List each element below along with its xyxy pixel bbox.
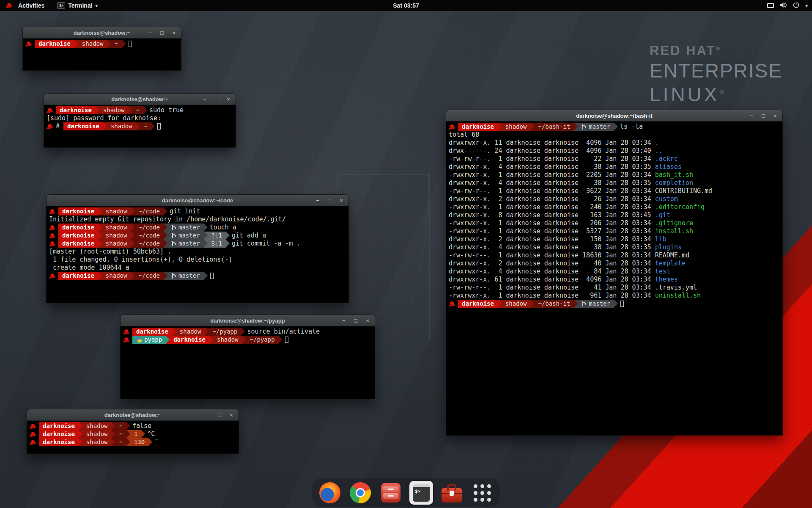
terminal-line: darknoiseshadow~false xyxy=(30,422,236,430)
dock-item-firefox[interactable] xyxy=(318,481,342,505)
terminal-text: -rw-rw-r--. 1 darknoise darknoise 22 Jan… xyxy=(449,155,655,163)
terminal-text: -rwxrwxr-x. 1 darknoise darknoise 961 Ja… xyxy=(449,292,655,300)
terminal-line: create mode 100644 a xyxy=(49,264,346,272)
window-pyapp: darknoise@shadow:~/pyapp − □ × darknoise… xyxy=(121,315,375,399)
terminal-line: drwxrwxr-x. 4 darknoise darknoise 38 Jan… xyxy=(449,243,780,251)
distro-icon xyxy=(449,301,455,307)
maximize-button[interactable]: □ xyxy=(217,412,222,418)
activities-button[interactable]: Activities xyxy=(4,0,46,11)
terminal-line: -rw-rw-r--. 1 darknoise darknoise 41 Jan… xyxy=(449,284,780,292)
powerline-arrow xyxy=(164,207,167,215)
minimize-button[interactable]: − xyxy=(205,412,211,418)
terminal-line: darknoiseshadow~/codemaster?:1git add a xyxy=(49,232,346,240)
branding-line-3: LINUX® xyxy=(650,83,782,106)
powerline-arrow xyxy=(530,123,534,130)
powerline-arrow xyxy=(131,232,134,239)
prompt-segment-git: master xyxy=(167,232,204,240)
terminal-cursor xyxy=(157,123,161,130)
window-titlebar[interactable]: darknoise@shadow:~ − □ × xyxy=(27,409,239,421)
terminal-icon: $> xyxy=(57,2,65,9)
branding-line-2: ENTERPRISE xyxy=(650,59,782,82)
powerline-separator xyxy=(136,122,140,130)
minimize-button[interactable]: − xyxy=(749,113,754,119)
maximize-button[interactable]: □ xyxy=(214,96,219,102)
close-button[interactable]: × xyxy=(228,412,234,418)
screen-icon[interactable] xyxy=(767,3,774,8)
close-button[interactable]: × xyxy=(772,113,778,119)
dock-item-app-grid[interactable] xyxy=(470,481,494,505)
distro-icon xyxy=(49,273,56,279)
dock-item-files[interactable] xyxy=(379,481,403,505)
powerline-separator xyxy=(498,123,502,131)
terminal-content[interactable]: darknoiseshadow~ xyxy=(23,39,181,70)
powerline-separator xyxy=(98,272,102,280)
terminal-line: drwxrwxr-x. 4 darknoise darknoise 38 Jan… xyxy=(449,179,780,187)
powerline-arrow xyxy=(574,300,578,307)
terminal-text: README.md xyxy=(655,251,689,260)
powerline-separator xyxy=(111,422,115,430)
dock-item-chrome[interactable] xyxy=(348,481,372,505)
distro-icon xyxy=(49,209,56,215)
maximize-button[interactable]: □ xyxy=(159,30,165,36)
powerline-arrow xyxy=(498,123,502,130)
terminal-text: touch a xyxy=(210,224,236,232)
minimize-button[interactable]: − xyxy=(341,318,347,324)
volume-icon[interactable] xyxy=(780,2,787,9)
window-titlebar[interactable]: darknoise@shadow:~/code − □ × xyxy=(47,195,348,206)
close-button[interactable]: × xyxy=(365,318,370,324)
terminal-text: template xyxy=(655,260,686,268)
window-titlebar[interactable]: darknoise@shadow:~ − □ × xyxy=(23,27,181,39)
terminal-line: -rwxrwxr-x. 1 darknoise darknoise 961 Ja… xyxy=(449,292,780,300)
close-button[interactable]: × xyxy=(225,96,231,102)
caret-down-icon[interactable]: ▾ xyxy=(805,3,808,8)
terminal-text: uninstall.sh xyxy=(655,292,701,300)
powerline-arrow xyxy=(107,40,111,47)
dock-item-toolbox[interactable] xyxy=(440,481,464,505)
clock[interactable]: Sat 03:57 xyxy=(393,2,419,9)
terminal-text: .gitignore xyxy=(655,219,693,227)
powerline-arrow xyxy=(614,300,618,307)
terminal-line: drwxrwxr-x. 2 darknoise darknoise 26 Jan… xyxy=(449,195,780,203)
terminal-content[interactable]: darknoiseshadow~/codegit initInitialized… xyxy=(47,206,348,303)
terminal-content[interactable]: darknoiseshadow~/bash-itmasterls -latota… xyxy=(446,121,782,435)
minimize-button[interactable]: − xyxy=(202,96,208,102)
powerline-arrow xyxy=(209,336,213,343)
prompt-segment-user: darknoise xyxy=(132,328,172,336)
prompt-segment-host: shadow xyxy=(502,123,531,131)
powerline-arrow xyxy=(164,272,167,279)
dock-item-terminal[interactable]: $> xyxy=(409,481,433,505)
minimize-button[interactable]: − xyxy=(147,30,153,36)
minimize-button[interactable]: − xyxy=(315,197,321,204)
prompt-segment-path: ~ xyxy=(115,430,126,438)
terminal-content[interactable]: darknoiseshadow~falsedarknoiseshadow~1^C… xyxy=(27,421,239,453)
terminal-line: darknoiseshadow~1^C xyxy=(30,430,236,438)
app-menu-terminal[interactable]: $> Terminal ▾ xyxy=(55,0,99,11)
prompt-segment-user: darknoise xyxy=(170,336,209,344)
maximize-button[interactable]: □ xyxy=(760,113,766,119)
terminal-text: create mode 100644 a xyxy=(49,264,129,272)
powerline-arrow xyxy=(74,40,78,47)
powerline-arrow xyxy=(614,123,618,130)
powerline-arrow xyxy=(164,232,167,239)
distro-icon xyxy=(30,439,36,445)
terminal-content[interactable]: darknoiseshadow~sudo true[sudo] password… xyxy=(44,105,236,147)
distro-icon xyxy=(49,233,56,239)
terminal-text: [master (root-commit) 50bcb63] . xyxy=(49,248,171,256)
window-title: darknoise@shadow:~ xyxy=(104,412,161,418)
terminal-text: . xyxy=(655,139,659,147)
close-button[interactable]: × xyxy=(171,30,177,36)
powerline-arrow xyxy=(126,438,130,446)
window-sudo: darknoise@shadow:~ − □ × darknoiseshadow… xyxy=(44,94,236,147)
close-button[interactable]: × xyxy=(338,197,344,204)
maximize-button[interactable]: □ xyxy=(353,318,359,324)
maximize-button[interactable]: □ xyxy=(326,197,332,204)
window-titlebar[interactable]: darknoise@shadow:~/pyapp − □ × xyxy=(121,315,375,326)
terminal-text: -rwxrwxr-x. 1 darknoise darknoise 5327 J… xyxy=(449,227,655,235)
power-icon[interactable] xyxy=(793,2,799,9)
terminal-content[interactable]: darknoiseshadow~/pyappsource bin/activat… xyxy=(121,326,375,399)
window-titlebar[interactable]: darknoise@shadow:~ − □ × xyxy=(44,94,236,105)
powerline-arrow xyxy=(131,272,134,279)
window-titlebar[interactable]: darknoise@shadow:~/bash-it − □ × xyxy=(446,110,782,121)
powerline-arrow xyxy=(131,240,134,247)
window-exit-codes: darknoise@shadow:~ − □ × darknoiseshadow… xyxy=(27,409,239,453)
